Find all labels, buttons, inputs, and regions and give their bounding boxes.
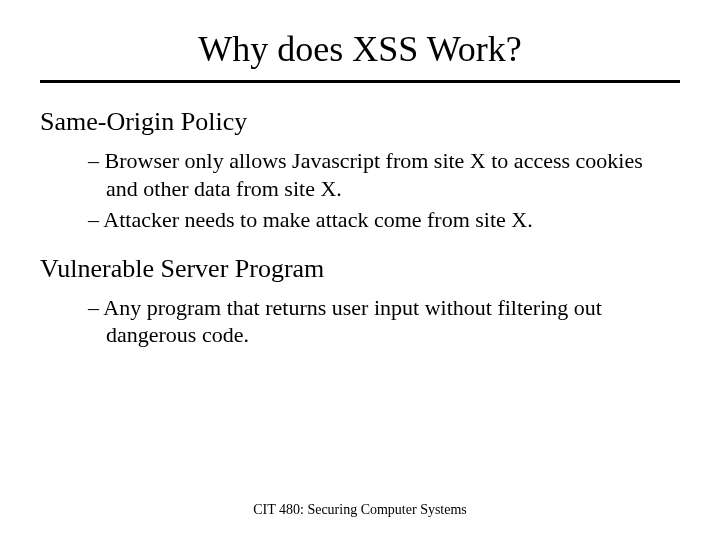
dash-icon: – <box>88 207 103 232</box>
dash-icon: – <box>88 148 105 173</box>
bullet-list-2: – Any program that returns user input wi… <box>88 294 680 349</box>
slide-title: Why does XSS Work? <box>40 28 680 70</box>
list-item: – Attacker needs to make attack come fro… <box>88 206 680 234</box>
bullet-text: Attacker needs to make attack come from … <box>103 207 532 232</box>
section-heading-2: Vulnerable Server Program <box>40 254 680 284</box>
title-underline <box>40 80 680 83</box>
bullet-text: Browser only allows Javascript from site… <box>105 148 643 201</box>
bullet-text: Any program that returns user input with… <box>103 295 602 348</box>
list-item: – Any program that returns user input wi… <box>88 294 680 349</box>
dash-icon: – <box>88 295 103 320</box>
list-item: – Browser only allows Javascript from si… <box>88 147 680 202</box>
section-heading-1: Same-Origin Policy <box>40 107 680 137</box>
bullet-list-1: – Browser only allows Javascript from si… <box>88 147 680 234</box>
slide-footer: CIT 480: Securing Computer Systems <box>0 502 720 518</box>
